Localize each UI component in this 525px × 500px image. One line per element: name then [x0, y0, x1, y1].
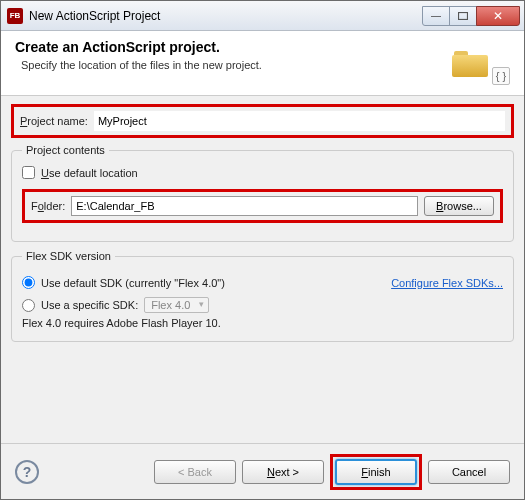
- sdk-requirement-text: Flex 4.0 requires Adobe Flash Player 10.: [22, 317, 503, 329]
- use-default-location-checkbox[interactable]: [22, 166, 35, 179]
- use-specific-sdk-label: Use a specific SDK:: [41, 299, 138, 311]
- project-name-row: Project name:: [11, 104, 514, 138]
- use-default-sdk-radio[interactable]: [22, 276, 35, 289]
- back-button[interactable]: < Back: [154, 460, 236, 484]
- svg-rect-0: [459, 12, 468, 19]
- maximize-icon: [458, 12, 468, 20]
- maximize-button[interactable]: [449, 6, 477, 26]
- folder-label: Folder:: [31, 200, 65, 212]
- window-title: New ActionScript Project: [29, 9, 423, 23]
- button-bar: ? < Back Next > Finish Cancel: [1, 443, 524, 499]
- folder-input[interactable]: [71, 196, 418, 216]
- use-default-location-label: Use default location: [41, 167, 138, 179]
- window-controls: — ✕: [423, 6, 520, 26]
- minimize-button[interactable]: —: [422, 6, 450, 26]
- use-default-location-row: Use default location: [22, 166, 503, 179]
- dialog-window: FB New ActionScript Project — ✕ Create a…: [0, 0, 525, 500]
- next-button[interactable]: Next >: [242, 460, 324, 484]
- finish-highlight: Finish: [330, 454, 422, 490]
- flex-sdk-legend: Flex SDK version: [22, 250, 115, 262]
- project-name-label: Project name:: [20, 115, 88, 127]
- banner-subtitle: Specify the location of the files in the…: [21, 59, 452, 71]
- project-name-input[interactable]: [94, 111, 505, 131]
- configure-sdks-link[interactable]: Configure Flex SDKs...: [391, 277, 503, 289]
- content-area: Project name: Project contents Use defau…: [1, 96, 524, 443]
- sdk-select[interactable]: Flex 4.0: [144, 297, 209, 313]
- banner-title: Create an ActionScript project.: [15, 39, 452, 55]
- finish-button[interactable]: Finish: [335, 459, 417, 485]
- use-default-sdk-label: Use default SDK (currently "Flex 4.0"): [41, 277, 225, 289]
- project-contents-group: Project contents Use default location Fo…: [11, 144, 514, 242]
- help-button[interactable]: ?: [15, 460, 39, 484]
- titlebar: FB New ActionScript Project — ✕: [1, 1, 524, 31]
- folder-row: Folder: Browse...: [22, 189, 503, 223]
- project-contents-legend: Project contents: [22, 144, 109, 156]
- cancel-button[interactable]: Cancel: [428, 460, 510, 484]
- close-button[interactable]: ✕: [476, 6, 520, 26]
- browse-button[interactable]: Browse...: [424, 196, 494, 216]
- use-specific-sdk-radio[interactable]: [22, 299, 35, 312]
- flex-sdk-group: Flex SDK version Use default SDK (curren…: [11, 250, 514, 342]
- folder-icon: [452, 49, 488, 77]
- app-icon: FB: [7, 8, 23, 24]
- actionscript-icon: { }: [492, 67, 510, 85]
- banner: Create an ActionScript project. Specify …: [1, 31, 524, 96]
